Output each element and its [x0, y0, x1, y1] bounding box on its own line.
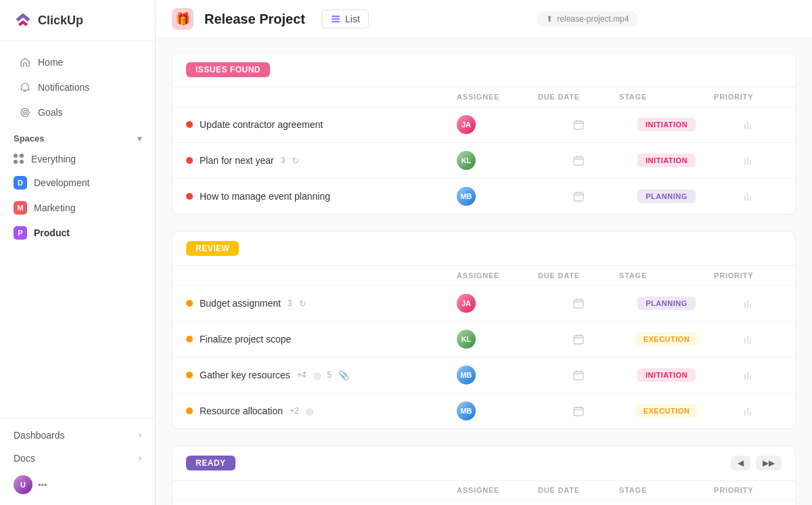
sidebar-item-marketing[interactable]: M Marketing	[0, 196, 155, 220]
toolbar-arrow-left[interactable]: ◀	[731, 456, 750, 470]
sidebar-item-docs[interactable]: Docs ›	[0, 447, 155, 470]
sidebar-item-dashboards[interactable]: Dashboards ›	[0, 424, 155, 447]
table-row[interactable]: Finalize project scope KL EXECUTION	[173, 322, 795, 357]
link-icon: ◎	[306, 406, 313, 416]
dashboards-chevron: ›	[139, 431, 141, 440]
priority-cell	[714, 155, 782, 166]
table-row[interactable]: Update contractor agreement JA INITIATIO…	[173, 107, 795, 143]
priority-icon	[742, 155, 753, 166]
stage-badge: EXECUTION	[635, 404, 698, 418]
table-row[interactable]: New contractor agreement JA PLANNING	[173, 500, 795, 505]
table-row[interactable]: Budget assignment 3 ↻ JA PLANNING	[173, 286, 795, 322]
task-count: 3	[288, 299, 292, 308]
issues-found-badge: ISSUES FOUND	[186, 62, 270, 77]
svg-rect-32	[574, 408, 583, 416]
goals-icon	[19, 106, 31, 118]
svg-rect-12	[574, 157, 583, 165]
col-duedate-rd: DUE DATE	[538, 486, 619, 494]
calendar-icon	[572, 190, 585, 202]
table-row[interactable]: Resource allocation +2 ◎ MB EXECUTION	[173, 393, 795, 429]
ready-badge: READY	[186, 456, 235, 470]
due-date-cell	[538, 297, 619, 309]
task-title: Resource allocation	[200, 405, 283, 416]
list-view-button[interactable]: List	[321, 9, 369, 28]
col-priority-1: PRIORITY	[714, 93, 782, 101]
docs-label: Docs	[14, 453, 35, 464]
assignee-cell: MB	[457, 366, 538, 385]
table-row[interactable]: Plan for next year 3 ↻ KL INITIATION	[173, 143, 795, 179]
table-row[interactable]: How to manage event planning MB PLANNING	[173, 179, 795, 214]
due-date-cell	[538, 190, 619, 202]
sidebar-item-goals[interactable]: Goals	[5, 100, 150, 125]
task-dot-red	[186, 121, 193, 128]
refresh-icon: ↻	[292, 156, 299, 166]
col-priority-rd: PRIORITY	[714, 486, 782, 494]
stage-cell: PLANNING	[619, 297, 714, 310]
task-name: Update contractor agreement	[186, 119, 457, 130]
upload-icon: ⬆	[546, 14, 553, 24]
stage-cell: EXECUTION	[619, 404, 714, 418]
task-name: Gather key resources +4 ◎ 5 📎	[186, 370, 457, 380]
col-duedate-r: DUE DATE	[538, 271, 619, 280]
section-ready: READY ◀ ▶▶ ASSIGNEE DUE DATE STAGE PRIOR…	[172, 445, 796, 505]
svg-point-4	[24, 112, 26, 113]
sidebar-item-product[interactable]: P Product	[0, 221, 155, 245]
task-name: Plan for next year 3 ↻	[186, 155, 457, 166]
col-stage-r: STAGE	[619, 271, 714, 280]
calendar-icon	[572, 154, 585, 167]
spaces-section-header[interactable]: Spaces ▾	[0, 125, 155, 148]
app-name: ClickUp	[38, 14, 83, 28]
svg-rect-8	[574, 121, 583, 129]
review-badge: REVIEW	[186, 241, 239, 256]
stage-cell: INITIATION	[619, 154, 714, 167]
avatar: KL	[457, 151, 476, 170]
calendar-icon	[572, 297, 585, 309]
assignee-cell: JA	[457, 115, 538, 134]
upload-indicator: ⬆ release-project.mp4	[537, 12, 638, 26]
ready-toolbar: ◀ ▶▶	[731, 456, 782, 470]
sidebar-item-development[interactable]: D Development	[0, 171, 155, 195]
task-title: Gather key resources	[200, 370, 290, 380]
task-dot-red	[186, 193, 193, 200]
user-avatar: U	[14, 475, 32, 494]
task-title: Update contractor agreement	[200, 119, 323, 130]
user-profile-area[interactable]: U •••	[0, 470, 155, 500]
clickup-logo-icon	[14, 11, 32, 30]
product-badge: P	[14, 226, 27, 240]
app-logo[interactable]: ClickUp	[0, 0, 155, 41]
review-column-headers: ASSIGNEE DUE DATE STAGE PRIORITY	[173, 266, 795, 286]
toolbar-arrow-right[interactable]: ▶▶	[756, 456, 782, 470]
project-icon: 🎁	[172, 8, 194, 30]
sidebar-item-notifications[interactable]: Notifications	[5, 75, 150, 100]
col-duedate-1: DUE DATE	[538, 93, 619, 101]
svg-rect-24	[574, 336, 583, 344]
avatar: KL	[457, 330, 476, 349]
stage-cell: INITIATION	[619, 368, 714, 382]
assignee-cell: KL	[457, 330, 538, 349]
main-content: 🎁 Release Project List ⬆ release-project…	[156, 0, 812, 505]
ready-header: READY ◀ ▶▶	[173, 446, 795, 481]
due-date-cell	[538, 333, 619, 345]
stage-badge: PLANNING	[637, 190, 695, 203]
home-icon	[19, 56, 31, 68]
sidebar-item-product-label: Product	[34, 227, 70, 238]
table-row[interactable]: Gather key resources +4 ◎ 5 📎 MB INITIAT…	[173, 357, 795, 393]
assignee-cell: MB	[457, 187, 538, 206]
task-title: Plan for next year	[200, 155, 274, 166]
col-task-r	[186, 271, 457, 280]
sidebar-item-notifications-label: Notifications	[38, 82, 89, 93]
issues-column-headers: ASSIGNEE DUE DATE STAGE PRIORITY	[173, 87, 795, 107]
avatar: MB	[457, 187, 476, 206]
task-name: Resource allocation +2 ◎	[186, 405, 457, 416]
sidebar-item-goals-label: Goals	[38, 107, 63, 118]
sidebar-item-home[interactable]: Home	[5, 50, 150, 74]
sidebar-item-everything[interactable]: Everything	[0, 148, 155, 170]
svg-rect-7	[332, 21, 340, 22]
avatar: JA	[457, 115, 476, 134]
list-icon	[330, 14, 341, 24]
task-dot-orange	[186, 336, 193, 343]
task-title: How to manage event planning	[200, 191, 330, 202]
issues-found-header: ISSUES FOUND	[173, 53, 795, 87]
col-assignee-r: ASSIGNEE	[457, 271, 538, 280]
task-dot-orange	[186, 300, 193, 307]
